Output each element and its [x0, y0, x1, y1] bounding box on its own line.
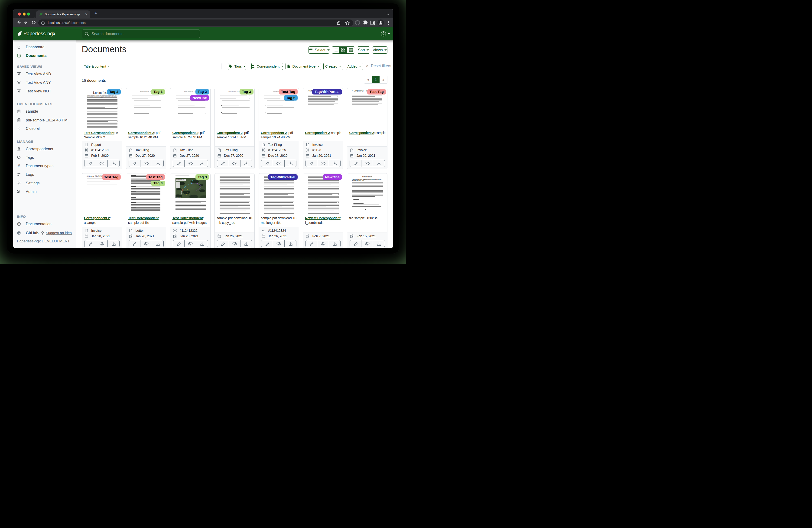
svg-text:?: ? — [18, 223, 19, 225]
